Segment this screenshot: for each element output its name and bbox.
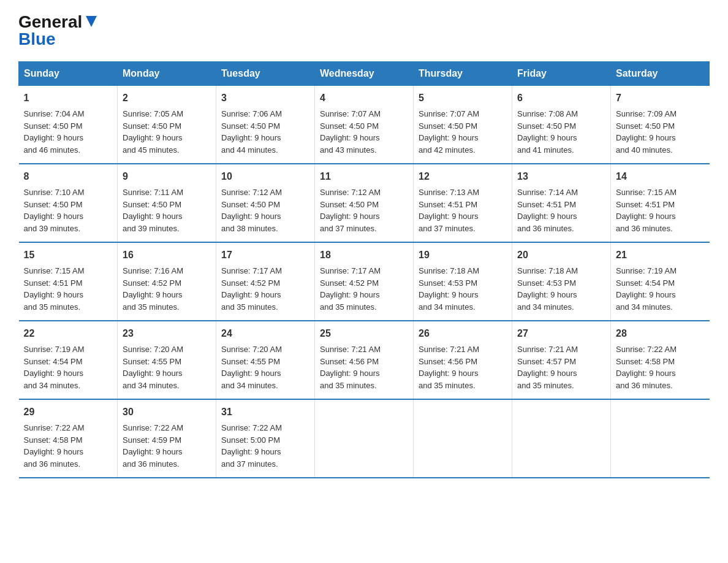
day-number: 27 — [517, 326, 605, 341]
calendar-cell: 18 Sunrise: 7:17 AM Sunset: 4:52 PM Dayl… — [315, 242, 414, 321]
day-number: 9 — [123, 169, 211, 184]
day-number: 17 — [221, 248, 309, 262]
day-info: Sunrise: 7:11 AM Sunset: 4:50 PM Dayligh… — [123, 188, 183, 233]
calendar-header-row: SundayMondayTuesdayWednesdayThursdayFrid… — [19, 62, 710, 86]
calendar-cell: 4 Sunrise: 7:07 AM Sunset: 4:50 PM Dayli… — [315, 86, 414, 164]
calendar-cell: 29 Sunrise: 7:22 AM Sunset: 4:58 PM Dayl… — [19, 399, 118, 478]
calendar-cell: 16 Sunrise: 7:16 AM Sunset: 4:52 PM Dayl… — [118, 242, 216, 321]
day-info: Sunrise: 7:22 AM Sunset: 5:00 PM Dayligh… — [221, 423, 282, 469]
day-number: 29 — [24, 405, 113, 419]
day-info: Sunrise: 7:12 AM Sunset: 4:50 PM Dayligh… — [221, 188, 282, 233]
calendar-cell: 31 Sunrise: 7:22 AM Sunset: 5:00 PM Dayl… — [216, 399, 315, 478]
day-number: 4 — [320, 91, 408, 105]
day-number: 30 — [123, 405, 211, 419]
calendar-cell: 27 Sunrise: 7:21 AM Sunset: 4:57 PM Dayl… — [512, 321, 611, 399]
calendar-cell: 30 Sunrise: 7:22 AM Sunset: 4:59 PM Dayl… — [118, 399, 216, 478]
day-number: 12 — [419, 169, 507, 184]
header-sunday: Sunday — [19, 62, 118, 86]
calendar-cell: 28 Sunrise: 7:22 AM Sunset: 4:58 PM Dayl… — [611, 321, 710, 399]
day-number: 16 — [123, 248, 211, 262]
week-row-5: 29 Sunrise: 7:22 AM Sunset: 4:58 PM Dayl… — [19, 399, 710, 478]
day-number: 18 — [320, 248, 408, 262]
day-info: Sunrise: 7:15 AM Sunset: 4:51 PM Dayligh… — [24, 266, 85, 312]
calendar-cell — [315, 399, 414, 478]
day-info: Sunrise: 7:21 AM Sunset: 4:56 PM Dayligh… — [320, 345, 381, 390]
day-number: 11 — [320, 169, 408, 184]
calendar-cell: 8 Sunrise: 7:10 AM Sunset: 4:50 PM Dayli… — [19, 164, 118, 242]
page-header: General Blue — [18, 12, 710, 49]
calendar-cell — [611, 399, 710, 478]
day-number: 26 — [419, 326, 507, 341]
day-info: Sunrise: 7:20 AM Sunset: 4:55 PM Dayligh… — [221, 345, 282, 390]
header-thursday: Thursday — [414, 62, 512, 86]
day-info: Sunrise: 7:07 AM Sunset: 4:50 PM Dayligh… — [320, 109, 381, 155]
day-number: 20 — [517, 248, 605, 262]
day-info: Sunrise: 7:09 AM Sunset: 4:50 PM Dayligh… — [616, 109, 677, 155]
day-number: 8 — [24, 169, 113, 184]
calendar-cell: 10 Sunrise: 7:12 AM Sunset: 4:50 PM Dayl… — [216, 164, 315, 242]
day-info: Sunrise: 7:17 AM Sunset: 4:52 PM Dayligh… — [221, 266, 282, 312]
header-friday: Friday — [512, 62, 611, 86]
svg-marker-0 — [86, 16, 97, 27]
day-number: 10 — [221, 169, 309, 184]
calendar-cell: 14 Sunrise: 7:15 AM Sunset: 4:51 PM Dayl… — [611, 164, 710, 242]
day-info: Sunrise: 7:12 AM Sunset: 4:50 PM Dayligh… — [320, 188, 381, 233]
header-wednesday: Wednesday — [315, 62, 414, 86]
day-info: Sunrise: 7:04 AM Sunset: 4:50 PM Dayligh… — [24, 109, 85, 155]
day-number: 24 — [221, 326, 309, 341]
day-info: Sunrise: 7:21 AM Sunset: 4:56 PM Dayligh… — [419, 345, 479, 390]
calendar-cell: 22 Sunrise: 7:19 AM Sunset: 4:54 PM Dayl… — [19, 321, 118, 399]
week-row-4: 22 Sunrise: 7:19 AM Sunset: 4:54 PM Dayl… — [19, 321, 710, 399]
calendar-cell: 5 Sunrise: 7:07 AM Sunset: 4:50 PM Dayli… — [414, 86, 512, 164]
calendar-cell: 25 Sunrise: 7:21 AM Sunset: 4:56 PM Dayl… — [315, 321, 414, 399]
day-number: 5 — [419, 91, 507, 105]
day-info: Sunrise: 7:16 AM Sunset: 4:52 PM Dayligh… — [123, 266, 183, 312]
calendar-cell: 12 Sunrise: 7:13 AM Sunset: 4:51 PM Dayl… — [414, 164, 512, 242]
calendar-cell — [512, 399, 611, 478]
day-info: Sunrise: 7:22 AM Sunset: 4:58 PM Dayligh… — [616, 345, 677, 390]
calendar-cell: 15 Sunrise: 7:15 AM Sunset: 4:51 PM Dayl… — [19, 242, 118, 321]
calendar-cell: 11 Sunrise: 7:12 AM Sunset: 4:50 PM Dayl… — [315, 164, 414, 242]
calendar-cell: 6 Sunrise: 7:08 AM Sunset: 4:50 PM Dayli… — [512, 86, 611, 164]
week-row-2: 8 Sunrise: 7:10 AM Sunset: 4:50 PM Dayli… — [19, 164, 710, 242]
day-info: Sunrise: 7:17 AM Sunset: 4:52 PM Dayligh… — [320, 266, 381, 312]
header-monday: Monday — [118, 62, 216, 86]
calendar-cell: 23 Sunrise: 7:20 AM Sunset: 4:55 PM Dayl… — [118, 321, 216, 399]
calendar-cell: 13 Sunrise: 7:14 AM Sunset: 4:51 PM Dayl… — [512, 164, 611, 242]
day-info: Sunrise: 7:10 AM Sunset: 4:50 PM Dayligh… — [24, 188, 85, 233]
day-info: Sunrise: 7:13 AM Sunset: 4:51 PM Dayligh… — [419, 188, 479, 233]
calendar-table: SundayMondayTuesdayWednesdayThursdayFrid… — [18, 61, 710, 478]
header-tuesday: Tuesday — [216, 62, 315, 86]
calendar-cell: 2 Sunrise: 7:05 AM Sunset: 4:50 PM Dayli… — [118, 86, 216, 164]
day-info: Sunrise: 7:06 AM Sunset: 4:50 PM Dayligh… — [221, 109, 282, 155]
day-number: 6 — [517, 91, 605, 105]
day-info: Sunrise: 7:18 AM Sunset: 4:53 PM Dayligh… — [419, 266, 479, 312]
day-number: 23 — [123, 326, 211, 341]
day-number: 2 — [123, 91, 211, 105]
day-number: 7 — [616, 91, 705, 105]
calendar-cell: 26 Sunrise: 7:21 AM Sunset: 4:56 PM Dayl… — [414, 321, 512, 399]
header-saturday: Saturday — [611, 62, 710, 86]
day-info: Sunrise: 7:15 AM Sunset: 4:51 PM Dayligh… — [616, 188, 677, 233]
day-info: Sunrise: 7:19 AM Sunset: 4:54 PM Dayligh… — [24, 345, 85, 390]
day-number: 19 — [419, 248, 507, 262]
logo-arrow-icon — [85, 15, 98, 31]
day-info: Sunrise: 7:14 AM Sunset: 4:51 PM Dayligh… — [517, 188, 578, 233]
day-info: Sunrise: 7:05 AM Sunset: 4:50 PM Dayligh… — [123, 109, 183, 155]
day-info: Sunrise: 7:19 AM Sunset: 4:54 PM Dayligh… — [616, 266, 677, 312]
day-number: 13 — [517, 169, 605, 184]
week-row-1: 1 Sunrise: 7:04 AM Sunset: 4:50 PM Dayli… — [19, 86, 710, 164]
logo: General Blue — [18, 12, 98, 49]
day-number: 15 — [24, 248, 113, 262]
calendar-cell: 20 Sunrise: 7:18 AM Sunset: 4:53 PM Dayl… — [512, 242, 611, 321]
week-row-3: 15 Sunrise: 7:15 AM Sunset: 4:51 PM Dayl… — [19, 242, 710, 321]
calendar-cell: 1 Sunrise: 7:04 AM Sunset: 4:50 PM Dayli… — [19, 86, 118, 164]
calendar-cell: 19 Sunrise: 7:18 AM Sunset: 4:53 PM Dayl… — [414, 242, 512, 321]
calendar-cell: 7 Sunrise: 7:09 AM Sunset: 4:50 PM Dayli… — [611, 86, 710, 164]
day-info: Sunrise: 7:18 AM Sunset: 4:53 PM Dayligh… — [517, 266, 578, 312]
day-number: 21 — [616, 248, 705, 262]
calendar-cell — [414, 399, 512, 478]
day-info: Sunrise: 7:21 AM Sunset: 4:57 PM Dayligh… — [517, 345, 578, 390]
day-info: Sunrise: 7:20 AM Sunset: 4:55 PM Dayligh… — [123, 345, 183, 390]
day-number: 25 — [320, 326, 408, 341]
